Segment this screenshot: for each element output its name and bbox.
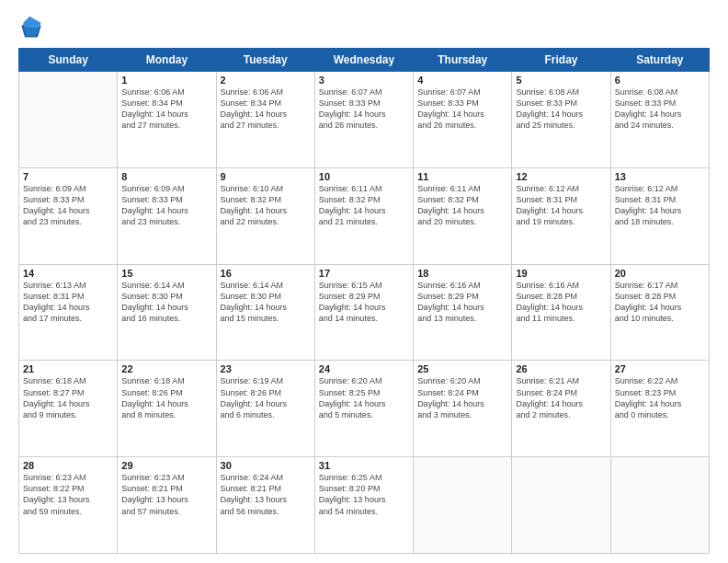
day-info: Sunrise: 6:16 AM Sunset: 8:29 PM Dayligh… xyxy=(417,280,507,325)
day-number: 20 xyxy=(615,268,705,279)
day-info: Sunrise: 6:07 AM Sunset: 8:33 PM Dayligh… xyxy=(319,86,409,132)
day-info: Sunrise: 6:13 AM Sunset: 8:31 PM Dayligh… xyxy=(23,280,113,325)
calendar-week-row: 28Sunrise: 6:23 AM Sunset: 8:22 PM Dayli… xyxy=(19,457,710,554)
day-info: Sunrise: 6:17 AM Sunset: 8:28 PM Dayligh… xyxy=(615,280,705,325)
day-info: Sunrise: 6:08 AM Sunset: 8:33 PM Dayligh… xyxy=(516,86,606,132)
day-number: 27 xyxy=(615,363,705,374)
calendar-cell: 19Sunrise: 6:16 AM Sunset: 8:28 PM Dayli… xyxy=(512,264,610,361)
svg-marker-2 xyxy=(23,17,40,28)
calendar-day-header: Friday xyxy=(512,49,610,72)
day-info: Sunrise: 6:24 AM Sunset: 8:21 PM Dayligh… xyxy=(221,472,311,517)
logo xyxy=(18,15,48,40)
day-number: 24 xyxy=(319,363,409,374)
calendar-week-row: 7Sunrise: 6:09 AM Sunset: 8:33 PM Daylig… xyxy=(19,167,710,264)
calendar-cell: 5Sunrise: 6:08 AM Sunset: 8:33 PM Daylig… xyxy=(512,72,610,168)
calendar-cell: 4Sunrise: 6:07 AM Sunset: 8:33 PM Daylig… xyxy=(414,72,512,168)
calendar-day-header: Thursday xyxy=(414,49,512,72)
day-info: Sunrise: 6:22 AM Sunset: 8:23 PM Dayligh… xyxy=(615,375,705,420)
day-info: Sunrise: 6:15 AM Sunset: 8:29 PM Dayligh… xyxy=(319,280,409,325)
day-info: Sunrise: 6:21 AM Sunset: 8:24 PM Dayligh… xyxy=(516,375,606,420)
calendar-cell: 23Sunrise: 6:19 AM Sunset: 8:26 PM Dayli… xyxy=(216,361,314,457)
day-number: 18 xyxy=(417,268,507,279)
calendar-cell: 13Sunrise: 6:12 AM Sunset: 8:31 PM Dayli… xyxy=(610,167,709,264)
day-number: 26 xyxy=(516,363,606,374)
calendar-cell: 21Sunrise: 6:18 AM Sunset: 8:27 PM Dayli… xyxy=(19,361,118,457)
day-info: Sunrise: 6:06 AM Sunset: 8:34 PM Dayligh… xyxy=(121,86,211,132)
calendar-week-row: 21Sunrise: 6:18 AM Sunset: 8:27 PM Dayli… xyxy=(19,361,710,457)
day-number: 17 xyxy=(319,268,409,279)
calendar-day-header: Sunday xyxy=(19,49,118,72)
day-info: Sunrise: 6:23 AM Sunset: 8:22 PM Dayligh… xyxy=(23,472,113,517)
calendar-week-row: 14Sunrise: 6:13 AM Sunset: 8:31 PM Dayli… xyxy=(19,264,710,361)
day-info: Sunrise: 6:14 AM Sunset: 8:30 PM Dayligh… xyxy=(221,280,311,325)
calendar-week-row: 1Sunrise: 6:06 AM Sunset: 8:34 PM Daylig… xyxy=(19,72,710,168)
day-info: Sunrise: 6:20 AM Sunset: 8:24 PM Dayligh… xyxy=(417,375,507,420)
calendar-cell: 14Sunrise: 6:13 AM Sunset: 8:31 PM Dayli… xyxy=(19,264,118,361)
calendar-cell: 12Sunrise: 6:12 AM Sunset: 8:31 PM Dayli… xyxy=(512,167,610,264)
day-number: 19 xyxy=(516,268,606,279)
day-number: 2 xyxy=(221,75,311,86)
day-number: 30 xyxy=(221,460,311,471)
day-info: Sunrise: 6:14 AM Sunset: 8:30 PM Dayligh… xyxy=(121,280,211,325)
calendar-cell: 22Sunrise: 6:18 AM Sunset: 8:26 PM Dayli… xyxy=(118,361,216,457)
day-info: Sunrise: 6:09 AM Sunset: 8:33 PM Dayligh… xyxy=(121,183,211,228)
day-number: 8 xyxy=(121,171,211,182)
header xyxy=(18,15,710,40)
day-info: Sunrise: 6:07 AM Sunset: 8:33 PM Dayligh… xyxy=(417,86,507,132)
day-info: Sunrise: 6:25 AM Sunset: 8:20 PM Dayligh… xyxy=(319,472,409,517)
calendar-cell xyxy=(512,457,610,554)
calendar-cell: 18Sunrise: 6:16 AM Sunset: 8:29 PM Dayli… xyxy=(414,264,512,361)
day-number: 7 xyxy=(23,171,113,182)
day-number: 1 xyxy=(121,75,211,86)
calendar-cell xyxy=(610,457,709,554)
day-number: 28 xyxy=(23,460,113,471)
calendar-cell: 9Sunrise: 6:10 AM Sunset: 8:32 PM Daylig… xyxy=(216,167,314,264)
calendar-cell: 26Sunrise: 6:21 AM Sunset: 8:24 PM Dayli… xyxy=(512,361,610,457)
day-number: 4 xyxy=(417,75,507,86)
day-info: Sunrise: 6:09 AM Sunset: 8:33 PM Dayligh… xyxy=(23,183,113,228)
day-number: 16 xyxy=(221,268,311,279)
day-info: Sunrise: 6:23 AM Sunset: 8:21 PM Dayligh… xyxy=(121,472,211,517)
day-info: Sunrise: 6:11 AM Sunset: 8:32 PM Dayligh… xyxy=(417,183,507,228)
calendar-cell: 15Sunrise: 6:14 AM Sunset: 8:30 PM Dayli… xyxy=(118,264,216,361)
day-info: Sunrise: 6:06 AM Sunset: 8:34 PM Dayligh… xyxy=(221,86,311,132)
calendar-cell: 11Sunrise: 6:11 AM Sunset: 8:32 PM Dayli… xyxy=(414,167,512,264)
day-number: 14 xyxy=(23,268,113,279)
calendar-header-row: SundayMondayTuesdayWednesdayThursdayFrid… xyxy=(19,49,710,72)
calendar-cell: 28Sunrise: 6:23 AM Sunset: 8:22 PM Dayli… xyxy=(19,457,118,554)
day-info: Sunrise: 6:18 AM Sunset: 8:26 PM Dayligh… xyxy=(121,375,211,420)
logo-icon xyxy=(18,15,44,40)
calendar-cell: 1Sunrise: 6:06 AM Sunset: 8:34 PM Daylig… xyxy=(118,72,216,168)
day-info: Sunrise: 6:12 AM Sunset: 8:31 PM Dayligh… xyxy=(516,183,606,228)
day-number: 29 xyxy=(121,460,211,471)
day-info: Sunrise: 6:08 AM Sunset: 8:33 PM Dayligh… xyxy=(615,86,705,132)
day-number: 6 xyxy=(615,75,705,86)
calendar-cell: 27Sunrise: 6:22 AM Sunset: 8:23 PM Dayli… xyxy=(610,361,709,457)
page: SundayMondayTuesdayWednesdayThursdayFrid… xyxy=(0,0,728,563)
day-info: Sunrise: 6:11 AM Sunset: 8:32 PM Dayligh… xyxy=(319,183,409,228)
day-info: Sunrise: 6:19 AM Sunset: 8:26 PM Dayligh… xyxy=(221,375,311,420)
calendar-cell: 8Sunrise: 6:09 AM Sunset: 8:33 PM Daylig… xyxy=(118,167,216,264)
day-number: 12 xyxy=(516,171,606,182)
calendar-cell: 17Sunrise: 6:15 AM Sunset: 8:29 PM Dayli… xyxy=(314,264,413,361)
day-number: 21 xyxy=(23,363,113,374)
calendar-cell: 2Sunrise: 6:06 AM Sunset: 8:34 PM Daylig… xyxy=(216,72,314,168)
day-number: 15 xyxy=(121,268,211,279)
day-info: Sunrise: 6:12 AM Sunset: 8:31 PM Dayligh… xyxy=(615,183,705,228)
day-info: Sunrise: 6:16 AM Sunset: 8:28 PM Dayligh… xyxy=(516,280,606,325)
calendar-day-header: Saturday xyxy=(610,49,709,72)
calendar-cell: 10Sunrise: 6:11 AM Sunset: 8:32 PM Dayli… xyxy=(314,167,413,264)
calendar-cell: 24Sunrise: 6:20 AM Sunset: 8:25 PM Dayli… xyxy=(314,361,413,457)
calendar-day-header: Tuesday xyxy=(216,49,314,72)
day-number: 5 xyxy=(516,75,606,86)
calendar-table: SundayMondayTuesdayWednesdayThursdayFrid… xyxy=(18,48,710,554)
calendar-cell: 20Sunrise: 6:17 AM Sunset: 8:28 PM Dayli… xyxy=(610,264,709,361)
calendar-day-header: Wednesday xyxy=(314,49,413,72)
calendar-cell: 16Sunrise: 6:14 AM Sunset: 8:30 PM Dayli… xyxy=(216,264,314,361)
calendar-cell: 31Sunrise: 6:25 AM Sunset: 8:20 PM Dayli… xyxy=(314,457,413,554)
day-number: 31 xyxy=(319,460,409,471)
day-number: 9 xyxy=(221,171,311,182)
day-number: 22 xyxy=(121,363,211,374)
day-number: 25 xyxy=(417,363,507,374)
calendar-cell xyxy=(414,457,512,554)
